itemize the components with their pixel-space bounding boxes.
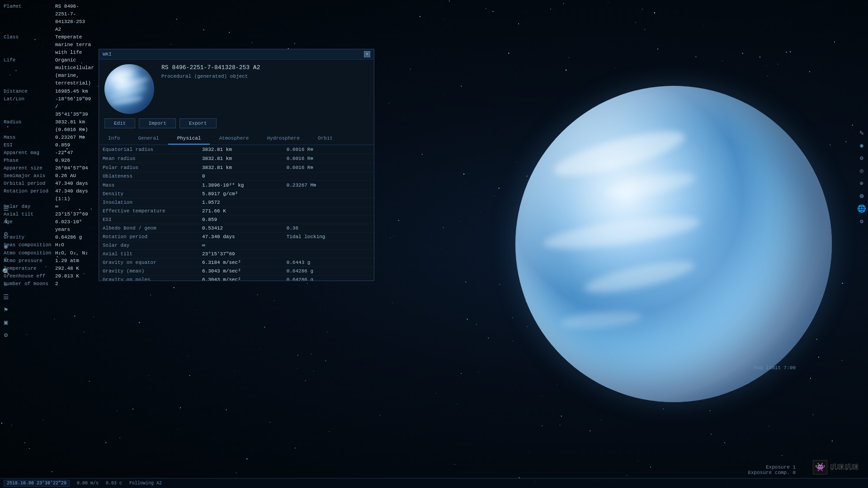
info-label: Orbital period [4, 180, 53, 188]
info-label: Apparent mag [4, 149, 53, 157]
right-icon-3[interactable]: ⚙ [857, 154, 866, 163]
info-label: Age [4, 218, 53, 234]
physical-row-label: Density [99, 190, 198, 198]
info-label: Planet [4, 3, 53, 33]
physical-row-label: Axial tilt [99, 250, 198, 258]
physical-row-val2: 0.6443 g [283, 258, 374, 267]
info-row: Orbital period47.340 days [4, 180, 91, 188]
settings-icon[interactable]: ⚙ [1, 229, 11, 239]
info-row: Atmo pressure1.29 atm [4, 257, 91, 265]
physical-row-val2 [283, 241, 374, 250]
physical-row-val1: 6.3184 m/sec² [198, 258, 283, 267]
info-row: Lat/Lon-18°56'19"09 / 35°41'35"39 [4, 95, 91, 118]
info-value: 20.813 K [55, 272, 79, 280]
physical-row-val2: Tidal locking [283, 233, 374, 241]
edit-button[interactable]: Edit [104, 118, 135, 128]
search-icon[interactable]: 🔍 [1, 267, 11, 277]
physical-row-val2: 0.6016 R⊕ [283, 163, 374, 172]
info-row: Seas compositionH₂O [4, 241, 91, 249]
physical-row-val2: 0.6016 R⊕ [283, 154, 374, 163]
right-icon-6[interactable]: ⊗ [857, 192, 866, 201]
physical-row-val1: 3832.81 km [198, 145, 283, 154]
wiki-tab-atmosphere[interactable]: Atmosphere [210, 133, 258, 145]
info-label: Distance [4, 88, 53, 95]
info-row: Axial tilt23°15'37"69 [4, 211, 91, 218]
target-icon[interactable]: ◉ [1, 241, 11, 251]
following-label: Following A2 [129, 481, 162, 486]
info-row: Radius3832.81 km (0.6016 R⊕) [4, 118, 91, 134]
wiki-planet-name: RS 8496-2251-7-841328-253 A2 [161, 64, 368, 71]
info-row: LifeOrganic multicellular (marine, terre… [4, 56, 91, 87]
physical-row-label: Polar radius [99, 163, 198, 172]
menu-icon[interactable]: ☰ [1, 203, 11, 213]
info-label: Class [4, 33, 53, 56]
wiki-table-row: Gravity on poles6.3043 m/sec²0.64286 g [99, 276, 374, 281]
import-button[interactable]: Import [139, 118, 176, 128]
right-icon-2[interactable]: ◉ [857, 141, 866, 150]
wiki-dialog: WKI × RS 8496-2251-7-841328-253 A2 Proce… [99, 49, 374, 281]
info-row: PlanetRS 8496-2251-7-841328-253 A2 [4, 3, 91, 33]
info-value: Organic multicellular (marine, terrestri… [55, 56, 94, 87]
wiki-planet-desc: Procedural (generated) object [161, 74, 368, 79]
info-row: Atmo compositionH₂O, O₂, N₂ [4, 249, 91, 257]
physical-row-val1: 1.3896·10²⁴ kg [198, 181, 283, 190]
info-row: Rotation period47.340 days (1:1) [4, 188, 91, 203]
layers-icon[interactable]: ☰ [1, 292, 11, 302]
flag-icon[interactable]: ⚑ [1, 305, 11, 314]
info-value: 0.926 [55, 157, 70, 164]
wiki-table-row: Albedo Bond / geom0.534120.36 [99, 224, 374, 233]
info-value: 16985.45 km [55, 88, 88, 95]
exposure-comp-label: Exposure comp. 0 [748, 470, 796, 475]
wiki-table-row: ESI0.859 [99, 216, 374, 224]
physical-row-val1: 271.66 K [198, 207, 283, 216]
planet [515, 86, 832, 402]
wiki-table-container[interactable]: Equatorial radius3832.81 km0.6016 R⊕Mean… [99, 145, 374, 281]
wiki-tab-hydrosphere[interactable]: Hydrosphere [258, 133, 309, 145]
export-button[interactable]: Export [179, 118, 217, 128]
info-icon[interactable]: ℹ [1, 216, 11, 226]
edit-icon[interactable]: ✏ [1, 279, 11, 289]
wiki-planet-thumbnail [104, 64, 154, 114]
info-value: 0.23267 M⊕ [55, 134, 85, 141]
physical-row-val1: 47.340 days [198, 233, 283, 241]
wiki-tab-general[interactable]: General [129, 133, 168, 145]
wiki-tab-physical[interactable]: Physical [168, 133, 210, 145]
gear-icon[interactable]: ⚙ [1, 330, 11, 340]
physical-row-label: Mass [99, 181, 198, 190]
right-icon-1[interactable]: ✎ [857, 128, 866, 137]
monitor-icon[interactable]: ▣ [1, 317, 11, 327]
info-label: Rotation period [4, 188, 53, 203]
wiki-close-button[interactable]: × [364, 51, 370, 57]
info-value: -18°56'19"09 / 35°41'35"39 [55, 95, 91, 118]
bottom-bar: 2518.10.08 23°38'22"29 0.00 m/s 0.03 c F… [0, 478, 868, 488]
right-icon-7[interactable]: 🌐 [857, 204, 866, 213]
info-value: 292.48 K [55, 265, 79, 272]
info-value: 3832.81 km (0.6016 R⊕) [55, 118, 91, 134]
physical-row-label: Rotation period [99, 233, 198, 241]
physical-row-label: Insolation [99, 198, 198, 207]
right-icon-5[interactable]: ⊕ [857, 179, 866, 188]
right-icon-8[interactable]: ⚙ [857, 217, 866, 226]
mag-limit: Mag limit 7:00 [754, 365, 796, 371]
info-value: H₂O [55, 241, 64, 249]
wiki-table-row: Equatorial radius3832.81 km0.6016 R⊕ [99, 145, 374, 154]
info-value: -22*47 [55, 149, 73, 157]
physical-row-val2: 0.6016 R⊕ [283, 145, 374, 154]
info-row: Number of moons2 [4, 280, 91, 288]
speed-ms: 0.00 m/s [77, 481, 99, 486]
watermark-icon: 👾 [813, 460, 827, 474]
physical-row-val2 [283, 190, 374, 198]
wiki-table-row: Solar day∞ [99, 241, 374, 250]
datetime-coords: 2518.10.08 23°38'22"29 [4, 480, 70, 487]
orbit-icon[interactable]: ◎ [1, 254, 11, 264]
right-icon-4[interactable]: ◎ [857, 166, 866, 175]
wiki-table-row: Effective temperature271.66 K [99, 207, 374, 216]
wiki-table-row: Density5.8917 g/cm³ [99, 190, 374, 198]
info-value: 0.64286 g [55, 234, 82, 241]
wiki-tab-info[interactable]: Info [99, 133, 129, 145]
info-label: Greenhouse eff [4, 272, 53, 280]
physical-row-val1: 3832.81 km [198, 163, 283, 172]
physical-row-val1: 5.8917 g/cm³ [198, 190, 283, 198]
wiki-tab-orbit[interactable]: Orbit [309, 133, 342, 145]
wiki-table-row: Axial tilt23°15'37"69 [99, 250, 374, 258]
